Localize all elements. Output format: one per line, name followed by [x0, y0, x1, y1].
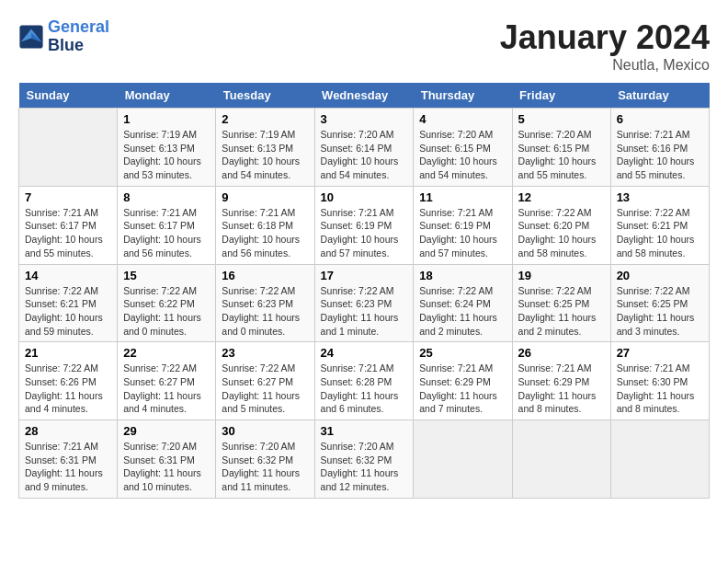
day-number: 4 — [419, 112, 506, 126]
day-info: Sunrise: 7:22 AM Sunset: 6:20 PM Dayligh… — [518, 206, 605, 260]
day-number: 15 — [123, 269, 210, 282]
day-info: Sunrise: 7:22 AM Sunset: 6:24 PM Dayligh… — [419, 284, 506, 339]
day-number: 19 — [518, 269, 605, 282]
day-info: Sunrise: 7:22 AM Sunset: 6:21 PM Dayligh… — [25, 284, 111, 339]
calendar-day-cell: 21Sunrise: 7:22 AM Sunset: 6:26 PM Dayli… — [19, 342, 118, 420]
calendar-day-cell: 5Sunrise: 7:20 AM Sunset: 6:15 PM Daylig… — [512, 109, 610, 187]
location-title: Neutla, Mexico — [500, 57, 710, 74]
calendar-day-cell: 25Sunrise: 7:21 AM Sunset: 6:29 PM Dayli… — [414, 342, 512, 420]
day-info: Sunrise: 7:21 AM Sunset: 6:18 PM Dayligh… — [222, 206, 308, 260]
calendar-day-cell: 20Sunrise: 7:22 AM Sunset: 6:25 PM Dayli… — [610, 264, 709, 342]
calendar-day-cell: 22Sunrise: 7:22 AM Sunset: 6:27 PM Dayli… — [118, 342, 216, 420]
day-info: Sunrise: 7:19 AM Sunset: 6:13 PM Dayligh… — [222, 128, 308, 182]
day-info: Sunrise: 7:20 AM Sunset: 6:32 PM Dayligh… — [321, 440, 408, 494]
weekday-header-cell: Wednesday — [314, 83, 414, 109]
day-info: Sunrise: 7:21 AM Sunset: 6:19 PM Dayligh… — [321, 206, 408, 260]
calendar-day-cell: 15Sunrise: 7:22 AM Sunset: 6:22 PM Dayli… — [118, 264, 216, 342]
day-info: Sunrise: 7:22 AM Sunset: 6:22 PM Dayligh… — [123, 284, 210, 339]
day-info: Sunrise: 7:21 AM Sunset: 6:31 PM Dayligh… — [25, 440, 111, 494]
day-number: 9 — [222, 190, 308, 204]
calendar-day-cell: 23Sunrise: 7:22 AM Sunset: 6:27 PM Dayli… — [216, 342, 314, 420]
calendar-day-cell: 24Sunrise: 7:21 AM Sunset: 6:28 PM Dayli… — [314, 342, 414, 420]
day-number: 11 — [419, 190, 506, 204]
weekday-header-cell: Sunday — [19, 83, 118, 109]
calendar-day-cell — [414, 420, 512, 499]
calendar-day-cell — [610, 420, 709, 499]
day-info: Sunrise: 7:19 AM Sunset: 6:13 PM Dayligh… — [123, 128, 210, 182]
calendar-day-cell: 27Sunrise: 7:21 AM Sunset: 6:30 PM Dayli… — [610, 342, 709, 420]
calendar-day-cell: 29Sunrise: 7:20 AM Sunset: 6:31 PM Dayli… — [118, 420, 216, 499]
day-info: Sunrise: 7:22 AM Sunset: 6:27 PM Dayligh… — [123, 362, 210, 416]
day-info: Sunrise: 7:21 AM Sunset: 6:28 PM Dayligh… — [321, 362, 408, 416]
day-info: Sunrise: 7:21 AM Sunset: 6:17 PM Dayligh… — [25, 206, 111, 260]
logo-text: General Blue — [48, 18, 109, 55]
day-number: 12 — [518, 190, 605, 204]
day-number: 27 — [617, 346, 703, 360]
day-info: Sunrise: 7:20 AM Sunset: 6:15 PM Dayligh… — [518, 128, 605, 182]
header: General Blue January 2024 Neutla, Mexico — [18, 18, 710, 74]
day-number: 6 — [617, 112, 703, 126]
day-number: 3 — [321, 112, 408, 126]
calendar-day-cell: 8Sunrise: 7:21 AM Sunset: 6:17 PM Daylig… — [118, 186, 216, 264]
day-info: Sunrise: 7:22 AM Sunset: 6:27 PM Dayligh… — [222, 362, 308, 416]
weekday-header-cell: Saturday — [610, 83, 709, 109]
day-number: 18 — [419, 269, 506, 282]
day-number: 16 — [222, 269, 308, 282]
calendar-day-cell: 18Sunrise: 7:22 AM Sunset: 6:24 PM Dayli… — [414, 264, 512, 342]
day-number: 7 — [25, 190, 111, 204]
weekday-header-cell: Friday — [512, 83, 610, 109]
logo: General Blue — [18, 18, 109, 55]
day-info: Sunrise: 7:21 AM Sunset: 6:16 PM Dayligh… — [617, 128, 703, 182]
calendar-day-cell: 26Sunrise: 7:21 AM Sunset: 6:29 PM Dayli… — [512, 342, 610, 420]
day-number: 29 — [123, 424, 210, 438]
weekday-header-cell: Tuesday — [216, 83, 314, 109]
calendar-day-cell: 10Sunrise: 7:21 AM Sunset: 6:19 PM Dayli… — [314, 186, 414, 264]
day-info: Sunrise: 7:22 AM Sunset: 6:25 PM Dayligh… — [518, 284, 605, 339]
day-number: 17 — [321, 269, 408, 282]
title-area: January 2024 Neutla, Mexico — [500, 18, 710, 74]
day-info: Sunrise: 7:20 AM Sunset: 6:14 PM Dayligh… — [321, 128, 408, 182]
day-info: Sunrise: 7:20 AM Sunset: 6:32 PM Dayligh… — [222, 440, 308, 494]
day-info: Sunrise: 7:21 AM Sunset: 6:17 PM Dayligh… — [123, 206, 210, 260]
day-number: 30 — [222, 424, 308, 438]
day-info: Sunrise: 7:21 AM Sunset: 6:30 PM Dayligh… — [617, 362, 703, 416]
weekday-header-cell: Thursday — [414, 83, 512, 109]
calendar-day-cell: 13Sunrise: 7:22 AM Sunset: 6:21 PM Dayli… — [610, 186, 709, 264]
calendar-week-row: 7Sunrise: 7:21 AM Sunset: 6:17 PM Daylig… — [19, 186, 710, 264]
day-info: Sunrise: 7:20 AM Sunset: 6:31 PM Dayligh… — [123, 440, 210, 494]
calendar-day-cell: 17Sunrise: 7:22 AM Sunset: 6:23 PM Dayli… — [314, 264, 414, 342]
day-info: Sunrise: 7:20 AM Sunset: 6:15 PM Dayligh… — [419, 128, 506, 182]
day-number: 1 — [123, 112, 210, 126]
day-number: 21 — [25, 346, 111, 360]
calendar-day-cell: 1Sunrise: 7:19 AM Sunset: 6:13 PM Daylig… — [118, 109, 216, 187]
calendar-day-cell: 3Sunrise: 7:20 AM Sunset: 6:14 PM Daylig… — [314, 109, 414, 187]
day-info: Sunrise: 7:22 AM Sunset: 6:23 PM Dayligh… — [222, 284, 308, 339]
day-info: Sunrise: 7:21 AM Sunset: 6:29 PM Dayligh… — [419, 362, 506, 416]
calendar-week-row: 1Sunrise: 7:19 AM Sunset: 6:13 PM Daylig… — [19, 109, 710, 187]
day-number: 20 — [617, 269, 703, 282]
calendar-day-cell: 19Sunrise: 7:22 AM Sunset: 6:25 PM Dayli… — [512, 264, 610, 342]
day-number: 24 — [321, 346, 408, 360]
calendar-day-cell: 30Sunrise: 7:20 AM Sunset: 6:32 PM Dayli… — [216, 420, 314, 499]
day-number: 13 — [617, 190, 703, 204]
calendar-week-row: 21Sunrise: 7:22 AM Sunset: 6:26 PM Dayli… — [19, 342, 710, 420]
calendar-day-cell: 12Sunrise: 7:22 AM Sunset: 6:20 PM Dayli… — [512, 186, 610, 264]
day-info: Sunrise: 7:22 AM Sunset: 6:26 PM Dayligh… — [25, 362, 111, 416]
day-number: 22 — [123, 346, 210, 360]
day-number: 23 — [222, 346, 308, 360]
logo-icon — [18, 24, 44, 50]
day-info: Sunrise: 7:22 AM Sunset: 6:23 PM Dayligh… — [321, 284, 408, 339]
calendar-day-cell: 2Sunrise: 7:19 AM Sunset: 6:13 PM Daylig… — [216, 109, 314, 187]
calendar-day-cell: 7Sunrise: 7:21 AM Sunset: 6:17 PM Daylig… — [19, 186, 118, 264]
calendar-day-cell: 11Sunrise: 7:21 AM Sunset: 6:19 PM Dayli… — [414, 186, 512, 264]
calendar-day-cell: 16Sunrise: 7:22 AM Sunset: 6:23 PM Dayli… — [216, 264, 314, 342]
calendar-day-cell: 6Sunrise: 7:21 AM Sunset: 6:16 PM Daylig… — [610, 109, 709, 187]
day-number: 25 — [419, 346, 506, 360]
calendar-day-cell: 4Sunrise: 7:20 AM Sunset: 6:15 PM Daylig… — [414, 109, 512, 187]
day-number: 10 — [321, 190, 408, 204]
calendar-body: 1Sunrise: 7:19 AM Sunset: 6:13 PM Daylig… — [19, 109, 710, 499]
weekday-header-cell: Monday — [118, 83, 216, 109]
weekday-header-row: SundayMondayTuesdayWednesdayThursdayFrid… — [19, 83, 710, 109]
calendar-day-cell: 9Sunrise: 7:21 AM Sunset: 6:18 PM Daylig… — [216, 186, 314, 264]
day-number: 8 — [123, 190, 210, 204]
